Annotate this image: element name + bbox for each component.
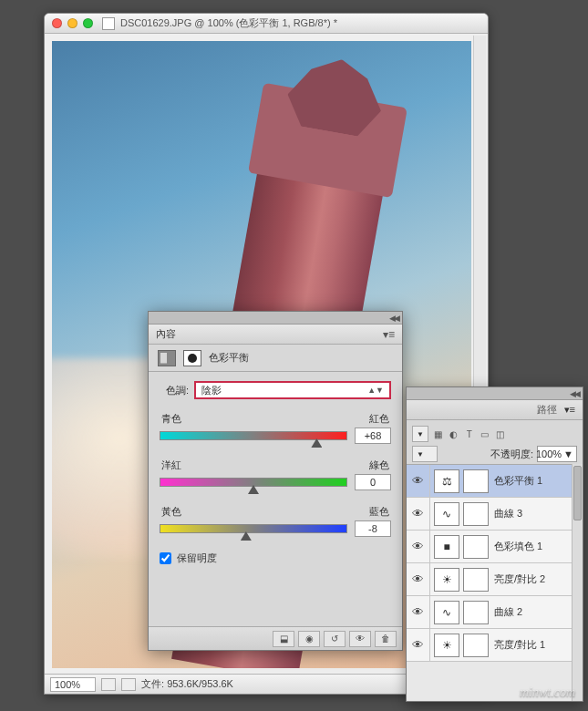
window-title: DSC01629.JPG @ 100% (色彩平衡 1, RGB/8*) * (120, 16, 337, 30)
clip-to-layer-icon[interactable]: ⬓ (273, 631, 294, 647)
layer-list: 👁⚖色彩平衡 1👁∿曲線 3👁■色彩填色 1👁☀亮度/對比 2👁∿曲線 2👁☀亮… (407, 464, 572, 701)
panel-menu-icon[interactable]: ▾≡ (564, 404, 575, 416)
statusbar-icon-2[interactable] (121, 678, 136, 691)
cyan-red-track[interactable] (160, 431, 347, 440)
filter-adjust-icon[interactable]: ◐ (448, 428, 460, 440)
preserve-luminosity[interactable]: 保留明度 (160, 551, 391, 565)
layer-name[interactable]: 亮度/對比 1 (494, 638, 572, 652)
layer-mask-icon[interactable] (183, 350, 201, 366)
layers-collapse-bar[interactable]: ◀◀ (407, 387, 583, 400)
layers-scrollbar[interactable] (572, 464, 583, 701)
layers-panel: ◀◀ 路徑 ▾≡ ▼ ▦ ◐ T ▭ ◫ ▼ 不透明度: 100%▼ ▦ ✎ ✥ (406, 386, 583, 702)
filter-pixel-icon[interactable]: ▦ (432, 428, 445, 440)
blend-mode-dropdown[interactable]: ▼ (412, 446, 438, 462)
visibility-icon[interactable]: 👁 (407, 563, 430, 595)
visibility-icon[interactable]: 👁 (407, 596, 430, 628)
visibility-icon[interactable]: 👁 (407, 629, 430, 661)
delete-icon[interactable]: 🗑 (375, 631, 397, 647)
preserve-checkbox[interactable] (160, 552, 171, 564)
panel-titlebar[interactable]: 內容 ▾≡ (149, 325, 402, 345)
panel-title: 內容 (156, 327, 176, 341)
reset-icon[interactable]: ↺ (324, 631, 346, 647)
layer-row[interactable]: 👁■色彩填色 1 (407, 531, 572, 563)
mask-thumb[interactable] (463, 568, 489, 592)
watermark: minwt.com (520, 685, 575, 700)
tab-paths[interactable]: 路徑 (537, 403, 557, 417)
filter-smart-icon[interactable]: ◫ (494, 428, 507, 440)
yellow-blue-track[interactable] (160, 524, 347, 533)
collapse-icon: ◀◀ (389, 314, 398, 323)
adjustment-thumb-icon[interactable]: ∿ (434, 502, 459, 526)
document-icon (102, 17, 115, 30)
layer-filter-dropdown[interactable]: ▼ (412, 426, 428, 442)
layer-row[interactable]: 👁☀亮度/對比 2 (407, 563, 572, 596)
scrollbar-thumb[interactable] (573, 466, 582, 520)
mask-thumb[interactable] (463, 502, 489, 526)
opacity-label: 不透明度: (490, 448, 533, 461)
layer-row[interactable]: 👁⚖色彩平衡 1 (407, 465, 572, 498)
layer-name[interactable]: 色彩平衡 1 (494, 474, 572, 488)
layer-name[interactable]: 亮度/對比 2 (494, 572, 572, 586)
filter-type-icon[interactable]: T (463, 428, 476, 440)
properties-panel: ◀◀ 內容 ▾≡ 色彩平衡 色調: 陰影 ▲▼ 青色 紅色 +68 (148, 311, 403, 651)
magenta-green-value[interactable]: 0 (355, 474, 391, 490)
yellow-blue-slider: 黃色 藍色 -8 (160, 505, 391, 537)
adjustment-thumb-icon[interactable]: ☀ (434, 634, 459, 657)
layer-name[interactable]: 曲線 3 (494, 507, 572, 520)
yellow-blue-value[interactable]: -8 (355, 520, 391, 537)
color-balance-icon[interactable] (158, 350, 176, 366)
adjustment-header: 色彩平衡 (149, 345, 402, 372)
magenta-green-slider: 洋紅 綠色 0 (160, 459, 391, 490)
slider-knob[interactable] (311, 438, 322, 448)
visibility-icon[interactable]: 👁 (407, 531, 430, 562)
zoom-icon[interactable] (83, 18, 93, 28)
statusbar-icon-1[interactable] (101, 678, 116, 691)
adjustment-thumb-icon[interactable]: ∿ (434, 601, 459, 624)
close-icon[interactable] (52, 18, 62, 28)
cyan-red-value[interactable]: +68 (355, 428, 391, 444)
cyan-red-slider: 青色 紅色 +68 (160, 412, 391, 444)
view-previous-icon[interactable]: ◉ (298, 631, 320, 647)
filter-shape-icon[interactable]: ▭ (479, 428, 491, 440)
collapse-icon: ◀◀ (570, 389, 579, 398)
minimize-icon[interactable] (67, 18, 77, 28)
adjustment-name: 色彩平衡 (209, 351, 249, 365)
toggle-visibility-icon[interactable]: 👁 (349, 631, 371, 647)
opacity-field[interactable]: 100%▼ (537, 446, 577, 462)
visibility-icon[interactable]: 👁 (407, 498, 430, 530)
traffic-lights (52, 18, 93, 28)
layer-row[interactable]: 👁∿曲線 3 (407, 498, 572, 531)
layer-name[interactable]: 曲線 2 (494, 605, 572, 619)
panel-menu-icon[interactable]: ▾≡ (383, 328, 395, 341)
layer-row[interactable]: 👁☀亮度/對比 1 (407, 629, 572, 662)
mask-thumb[interactable] (463, 601, 489, 624)
mask-thumb[interactable] (463, 634, 489, 657)
panel-footer: ⬓ ◉ ↺ 👁 🗑 (149, 626, 402, 650)
mask-thumb[interactable] (463, 469, 489, 493)
tone-dropdown[interactable]: 陰影 ▲▼ (194, 381, 391, 399)
magenta-green-track[interactable] (160, 478, 347, 487)
layer-name[interactable]: 色彩填色 1 (494, 540, 572, 553)
adjustment-thumb-icon[interactable]: ☀ (434, 568, 459, 592)
tone-label: 色調: (160, 384, 189, 397)
titlebar[interactable]: DSC01629.JPG @ 100% (色彩平衡 1, RGB/8*) * (45, 14, 488, 34)
tone-value: 陰影 (201, 384, 222, 397)
slider-knob[interactable] (241, 531, 252, 541)
mask-thumb[interactable] (463, 535, 489, 559)
adjustment-thumb-icon[interactable]: ■ (434, 535, 459, 559)
layers-tabs: 路徑 ▾≡ (407, 400, 583, 420)
visibility-icon[interactable]: 👁 (407, 465, 430, 497)
panel-collapse-bar[interactable]: ◀◀ (149, 312, 402, 325)
dropdown-arrow-icon: ▲▼ (367, 386, 384, 395)
adjustment-thumb-icon[interactable]: ⚖ (434, 469, 459, 493)
slider-knob[interactable] (248, 485, 259, 494)
zoom-field[interactable]: 100% (50, 677, 96, 692)
layer-row[interactable]: 👁∿曲線 2 (407, 596, 572, 629)
